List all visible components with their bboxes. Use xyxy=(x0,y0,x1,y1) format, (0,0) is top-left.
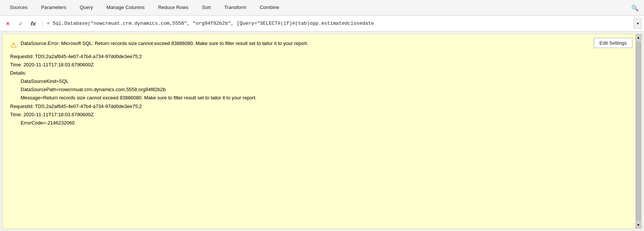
time-2: Time: 2020-11-11T17:18:03.6790600Z xyxy=(10,112,94,117)
datasource-kind: DataSourceKind=SQL xyxy=(10,77,634,86)
ribbon-item-combine[interactable]: Combine xyxy=(253,0,286,15)
details-label: Details: xyxy=(10,70,26,76)
error-title: DataSource.Error: Microsoft SQL: Return … xyxy=(21,40,308,47)
ribbon-item-transform[interactable]: Transform xyxy=(218,0,253,15)
error-panel: Edit Settings ⚠ DataSource.Error: Micros… xyxy=(2,34,642,229)
ribbon-item-reduce-rows[interactable]: Reduce Rows xyxy=(151,0,195,15)
scroll-down-button[interactable]: ▼ xyxy=(635,222,641,228)
request-id-2: RequestId: TDS;2a2af645-4e07-47b4-a734-9… xyxy=(10,104,142,109)
datasource-path: DataSourcePath=nowcrmuat.crm.dynamics.co… xyxy=(10,86,634,94)
main-content: Edit Settings ⚠ DataSource.Error: Micros… xyxy=(0,32,644,231)
error-header: ⚠ DataSource.Error: Microsoft SQL: Retur… xyxy=(10,40,634,50)
ribbon-item-query[interactable]: Query xyxy=(73,0,100,15)
formula-expand-button[interactable]: ▾ xyxy=(634,18,642,29)
formula-bar: ✕ ✓ fx ▾ xyxy=(0,16,644,32)
ribbon-item-sort[interactable]: Sort xyxy=(195,0,218,15)
ribbon-item-manage-columns[interactable]: Manage Columns xyxy=(100,0,151,15)
edit-settings-button[interactable]: Edit Settings xyxy=(594,38,632,48)
time-1: Time: 2020-11-11T17:18:03.6790600Z xyxy=(10,62,94,68)
ribbon-item-parameters[interactable]: Parameters xyxy=(34,0,73,15)
scroll-up-button[interactable]: ▲ xyxy=(635,34,641,41)
cancel-button[interactable]: ✕ xyxy=(2,18,13,29)
search-icon[interactable]: 🔍 xyxy=(629,0,641,16)
request-id-1: RequestId: TDS;2a2af645-4e07-47b4-a734-9… xyxy=(10,54,142,59)
fx-button[interactable]: fx xyxy=(28,18,39,29)
error-message: Message=Return records size cannot excee… xyxy=(10,94,634,102)
ribbon-item-sources[interactable]: Sources xyxy=(3,0,34,15)
formula-separator xyxy=(42,19,42,28)
scrollbar-track: ▲ ▼ xyxy=(635,34,641,228)
error-body: RequestId: TDS;2a2af645-4e07-47b4-a734-9… xyxy=(10,52,634,127)
formula-input[interactable] xyxy=(45,18,632,29)
scrollbar-thumb[interactable] xyxy=(636,42,641,221)
confirm-button[interactable]: ✓ xyxy=(15,18,26,29)
ribbon-nav: Sources Parameters Query Manage Columns … xyxy=(0,0,644,16)
warning-icon: ⚠ xyxy=(10,40,17,50)
error-code: ErrorCode=-2146232060 xyxy=(10,119,634,127)
